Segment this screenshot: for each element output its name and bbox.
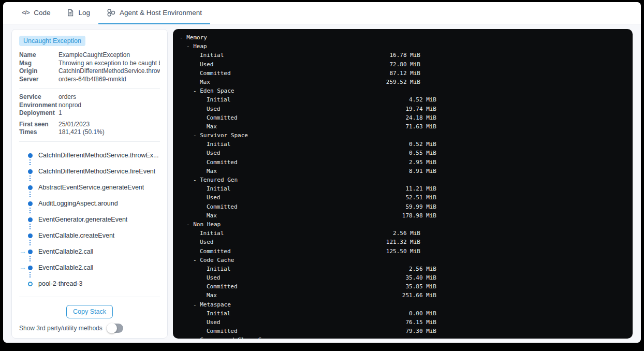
stack-frame[interactable]: →EventCallable2.call <box>19 244 160 260</box>
terminal-row-label: Max <box>173 291 217 300</box>
detail-value: nonprod <box>58 101 160 110</box>
terminal-row-label: Initial <box>173 229 224 238</box>
terminal-row-value: 76.15 MiB <box>369 318 436 327</box>
terminal-row-value: 2.56 MiB <box>369 265 436 273</box>
stack-frame[interactable]: AbstractEventService.generateEvent <box>19 180 160 196</box>
memory-tree-metric: Initial2.56 MiB <box>173 265 633 273</box>
terminal-row-label: Committed <box>173 327 238 335</box>
stack-frame[interactable]: EventCallable.createEvent <box>19 228 160 244</box>
terminal-row-label: Used <box>173 149 221 157</box>
frame-node-icon <box>28 217 33 222</box>
memory-tree-group[interactable]: - Tenured Gen <box>173 176 633 184</box>
frame-node-icon <box>28 250 33 254</box>
detail-row: Environmentnonprod <box>19 101 160 110</box>
terminal-row-label: - Tenured Gen <box>173 176 238 184</box>
terminal-row-value: 0.52 MiB <box>369 140 436 149</box>
stack-frame-label: CatchInDifferentMethodService.fireEvent <box>38 168 155 175</box>
detail-value: Throwing an exception to be caught by a … <box>58 60 160 68</box>
terminal-row-label: - Memory <box>173 33 207 42</box>
current-frame-arrow-icon: → <box>19 264 26 271</box>
copy-stack-button[interactable]: Copy Stack <box>66 305 113 318</box>
stack-frame-thread[interactable]: pool-2-thread-3 <box>19 276 160 292</box>
memory-tree-group[interactable]: - Memory <box>173 33 633 42</box>
stack-frame[interactable]: →EventCallable2.call <box>19 260 160 276</box>
frame-node-icon <box>28 169 33 174</box>
terminal-row-value: 72.80 MiB <box>353 60 420 69</box>
terminal-row-label: - Code Cache <box>173 256 234 265</box>
current-frame-arrow-icon: → <box>19 247 26 255</box>
detail-value: CatchInDifferentMethodService.throwExcep <box>58 67 160 76</box>
memory-tree-metric: Max259.52 MiB <box>173 78 633 86</box>
memory-tree-metric: Used19.74 MiB <box>173 105 633 113</box>
exception-type-badge: Uncaught Exception <box>19 36 85 46</box>
memory-tree-group[interactable]: - Compressed Class Space <box>173 335 633 339</box>
memory-tree-metric: Committed24.18 MiB <box>173 113 633 122</box>
divider <box>19 88 160 89</box>
memory-tree-metric: Used121.32 MiB <box>173 238 633 246</box>
stack-frame[interactable]: EventGenerator.generateEvent <box>19 212 160 228</box>
terminal-row-value: 59.99 MiB <box>369 202 436 211</box>
tab-log[interactable]: Log <box>58 2 98 24</box>
terminal-row-value: 259.52 MiB <box>353 78 420 86</box>
memory-tree-group[interactable]: - Code Cache <box>173 256 633 265</box>
third-party-toggle[interactable] <box>107 324 123 333</box>
exception-detail-panel: Uncaught Exception NameExampleCaughtExce… <box>11 29 168 339</box>
tab-bar: </>CodeLogAgent & Host Environment <box>3 2 641 24</box>
detail-value: 181,421 (50.1%) <box>58 128 160 137</box>
detail-label: Environment <box>19 101 58 110</box>
detail-label: Times <box>19 128 58 137</box>
terminal-row-value: 125.50 MiB <box>353 247 420 256</box>
memory-tree-group[interactable]: - Eden Space <box>173 86 633 95</box>
terminal-row-label: - Eden Space <box>173 86 234 95</box>
memory-tree-group[interactable]: - Heap <box>173 42 633 51</box>
memory-tree-metric: Max71.63 MiB <box>173 122 633 131</box>
memory-tree-metric: Max8.91 MiB <box>173 167 633 176</box>
terminal-row-value: 4.52 MiB <box>369 95 436 104</box>
terminal-row-label: Used <box>173 105 221 113</box>
memory-tree-metric: Committed2.95 MiB <box>173 158 633 167</box>
terminal-row-value: 2.56 MiB <box>353 229 420 238</box>
memory-tree-metric: Used52.51 MiB <box>173 193 633 202</box>
memory-tree-metric: Committed35.85 MiB <box>173 282 633 291</box>
stack-frame-label: EventGenerator.generateEvent <box>38 216 127 223</box>
memory-tree-metric: Initial0.52 MiB <box>173 140 633 149</box>
memory-terminal-panel: - Memory- HeapInitial16.78 MiBUsed72.80 … <box>173 29 633 339</box>
terminal-row-value: 16.78 MiB <box>353 51 420 60</box>
tab-agent-host-environment[interactable]: Agent & Host Environment <box>98 2 210 24</box>
terminal-row-label: Initial <box>173 184 230 193</box>
agent-icon <box>107 8 115 17</box>
terminal-row-label: Committed <box>173 158 238 167</box>
terminal-row-value: 178.98 MiB <box>369 211 436 220</box>
deployment-info-section: ServiceordersEnvironmentnonprodDeploymen… <box>19 93 160 118</box>
detail-value: 25/01/2023 <box>58 121 160 129</box>
terminal-row-label: - Metaspace <box>173 300 231 309</box>
terminal-row-label: Committed <box>173 69 231 78</box>
detail-row: OriginCatchInDifferentMethodService.thro… <box>19 67 160 76</box>
terminal-row-label: - Survivor Space <box>173 131 248 140</box>
terminal-row-label: - Non Heap <box>173 220 221 229</box>
terminal-row-value: 71.63 MiB <box>369 122 436 131</box>
memory-tree-group[interactable]: - Survivor Space <box>173 131 633 140</box>
memory-tree-group[interactable]: - Non Heap <box>173 220 633 229</box>
stack-frame[interactable]: CatchInDifferentMethodService.fireEvent <box>19 164 160 180</box>
tab-code[interactable]: </>Code <box>13 2 58 24</box>
stack-frame[interactable]: AuditLoggingAspect.around <box>19 196 160 212</box>
occurrence-info-section: First seen25/01/2023Times181,421 (50.1%) <box>19 121 160 137</box>
detail-value: orders <box>58 93 160 101</box>
frame-node-icon <box>28 233 33 238</box>
terminal-row-label: Max <box>173 211 217 220</box>
memory-tree-metric: Committed59.99 MiB <box>173 202 633 211</box>
terminal-row-value: 52.51 MiB <box>369 193 436 202</box>
stack-frame[interactable]: CatchInDifferentMethodService.throwEx... <box>19 148 160 164</box>
terminal-row-value: 79.30 MiB <box>369 327 436 335</box>
terminal-row-label: Used <box>173 238 214 246</box>
frame-node-icon <box>28 153 33 158</box>
content-area: Uncaught Exception NameExampleCaughtExce… <box>3 24 641 343</box>
terminal-row-value: 2.95 MiB <box>369 158 436 167</box>
memory-tree-metric: Initial4.52 MiB <box>173 95 633 104</box>
toggle-knob <box>107 323 117 333</box>
divider <box>19 141 160 142</box>
memory-tree-group[interactable]: - Metaspace <box>173 300 633 309</box>
memory-tree-metric: Used35.40 MiB <box>173 273 633 282</box>
detail-row: Times181,421 (50.1%) <box>19 128 160 137</box>
